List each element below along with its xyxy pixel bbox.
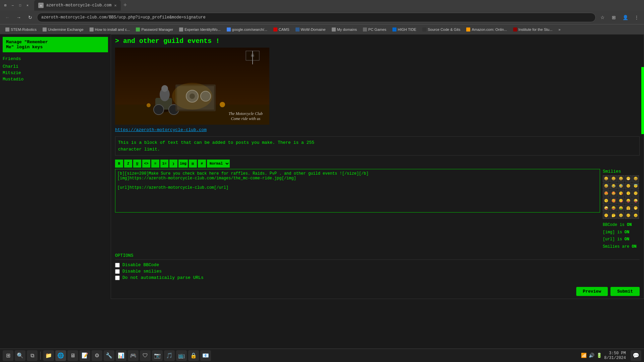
smiley-28[interactable]: 🤐 [618, 212, 624, 219]
smiley-23[interactable]: 🤑 [618, 205, 624, 212]
list-btn[interactable]: ≡ [151, 160, 159, 168]
option-disable-bbcode[interactable]: Disable BBCode [115, 262, 640, 267]
smiley-16[interactable]: 😙 [603, 197, 609, 204]
start-btn[interactable]: ⊞ [3, 350, 13, 361]
terminal-btn[interactable]: 🖥 [67, 350, 78, 361]
bookmark-password[interactable]: Password Manager [133, 26, 176, 33]
fileexplorer-btn[interactable]: 📁 [43, 350, 54, 361]
ordered-list-btn[interactable]: 1≡ [160, 160, 168, 168]
more-bookmarks-btn[interactable]: » [556, 26, 563, 33]
smiley-7[interactable]: 😂 [610, 183, 617, 189]
url-btn[interactable]: ⊞ [189, 160, 197, 168]
bold-btn[interactable]: B [115, 160, 123, 168]
disable-smilies-checkbox[interactable] [115, 269, 120, 274]
reload-btn[interactable]: ↻ [25, 13, 35, 22]
menu-btn[interactable]: ⋮ [632, 13, 641, 22]
profile-btn[interactable]: 👤 [621, 13, 630, 22]
smiley-22[interactable]: 😝 [610, 205, 617, 212]
smiley-14[interactable]: 😗 [625, 190, 632, 197]
taskbar-app-5[interactable]: 🛡 [140, 350, 151, 361]
smiley-30[interactable]: 😑 [632, 212, 639, 219]
option-disable-smilies[interactable]: Disable smilies [115, 269, 640, 274]
bookmark-pcgames[interactable]: PC Games [360, 26, 389, 33]
quote-btn[interactable]: ❯ [169, 160, 177, 168]
smiley-5[interactable]: 😆 [632, 175, 639, 182]
volume-icon[interactable]: 🔊 [589, 353, 594, 358]
italic-btn[interactable]: I [124, 160, 132, 168]
smiley-17[interactable]: 🥰 [610, 197, 617, 204]
smiley-25[interactable]: 🤭 [632, 205, 639, 212]
signature-editor[interactable]: [b][size=200]Make Sure you check back he… [115, 169, 600, 213]
bookmark-experian[interactable]: Experian IdentityWo... [176, 26, 223, 33]
taskbar-app-7[interactable]: 🎵 [164, 350, 175, 361]
taskbar-app-9[interactable]: 🔒 [188, 350, 199, 361]
smiley-19[interactable]: 😛 [625, 197, 632, 204]
manage-login-keys-btn[interactable]: Manage "RememberMe" login keys [3, 37, 108, 52]
smiley-8[interactable]: 🤣 [618, 183, 624, 189]
taskbar-app-4[interactable]: 🎮 [128, 350, 139, 361]
friend-link-mitszie[interactable]: Mitszie [3, 70, 108, 76]
back-btn[interactable]: ← [3, 13, 12, 22]
underline-btn[interactable]: U [133, 160, 141, 168]
bookmark-undermine[interactable]: Undermine Exchange [40, 26, 86, 33]
maximize-icon[interactable]: □ [17, 3, 23, 8]
img-btn[interactable]: img [178, 160, 188, 168]
search-btn[interactable]: 🔍 [15, 350, 25, 361]
bookmark-wow[interactable]: WoW-Domaine [293, 26, 328, 33]
smiley-21[interactable]: 🤪 [603, 205, 609, 212]
bookmark-btn[interactable]: ☆ [598, 13, 607, 22]
bookmark-stem-robotics[interactable]: STEM-Robotics [3, 26, 39, 33]
taskbar-app-8[interactable]: 📺 [176, 350, 187, 361]
smiley-12[interactable]: 🤩 [610, 190, 617, 197]
smiley-10[interactable]: 😇 [632, 183, 639, 189]
taskbar-app-10[interactable]: 📧 [200, 350, 211, 361]
smiley-29[interactable]: 🥴 [625, 212, 632, 219]
bookmark-google[interactable]: google.com/search/... [224, 26, 270, 33]
bookmark-cams[interactable]: CAMS [271, 26, 292, 33]
smiley-9[interactable]: 😊 [625, 183, 632, 189]
taskview-btn[interactable]: ⧉ [27, 350, 38, 361]
bookmark-howto[interactable]: How to install and c... [87, 26, 133, 33]
bookmark-amazon[interactable]: Amazon.com: Onlin... [464, 26, 509, 33]
smiley-15[interactable]: 😚 [632, 190, 639, 197]
notification-btn[interactable]: 💬 [631, 350, 641, 361]
bookmark-sourcecode[interactable]: Source Code & Gits [420, 26, 463, 33]
smiley-13[interactable]: 😘 [618, 190, 624, 197]
option-no-parse-urls[interactable]: Do not automatically parse URLs [115, 275, 640, 280]
taskbar-app-6[interactable]: 📷 [152, 350, 163, 361]
network-icon[interactable]: 📶 [581, 353, 587, 358]
smiley-24[interactable]: 🤗 [625, 205, 632, 212]
bookmark-hightide[interactable]: HIGH TIDE [390, 26, 419, 33]
smiley-27[interactable]: 🤔 [610, 212, 617, 219]
smiley-18[interactable]: 😋 [618, 197, 624, 204]
close-icon[interactable]: ✕ [25, 3, 30, 8]
preview-button[interactable]: Preview [576, 287, 608, 296]
smiley-1[interactable]: 😀 [603, 175, 609, 182]
smiley-11[interactable]: 😍 [603, 190, 609, 197]
minimize-icon[interactable]: — [10, 3, 15, 8]
taskbar-app-3[interactable]: 📊 [116, 350, 126, 361]
font-size-select[interactable]: Tiny Small Normal Large Huge [207, 160, 230, 168]
forward-btn[interactable]: → [14, 13, 23, 22]
taskbar-clock[interactable]: 3:50 PM 8/31/2024 [604, 351, 629, 360]
hash-btn[interactable]: # [198, 160, 206, 168]
smiley-4[interactable]: 😁 [625, 175, 632, 182]
friend-link-mustadio[interactable]: Mustadio [3, 76, 108, 82]
smiley-2[interactable]: 😃 [610, 175, 617, 182]
smiley-6[interactable]: 😅 [603, 183, 609, 189]
new-tab-btn[interactable]: + [123, 2, 127, 9]
chrome-btn[interactable]: 🌐 [55, 350, 66, 361]
bookmark-institute[interactable]: Institute for the Stu... [511, 26, 555, 33]
notes-btn[interactable]: 📝 [79, 350, 90, 361]
submit-button[interactable]: Submit [610, 287, 640, 296]
browser-tab[interactable]: 🏍 azeroth-motorcycle-club.com ✕ [34, 0, 121, 11]
site-url-link[interactable]: https://azeroth-motorcycle-club.com [111, 125, 644, 135]
disable-bbcode-checkbox[interactable] [115, 263, 120, 267]
smiley-26[interactable]: 🤫 [603, 212, 609, 219]
address-bar[interactable]: azeroth-motorcycle-club.com/BBS/ucp.php?… [37, 13, 596, 22]
extensions-btn[interactable]: ⊞ [609, 13, 619, 22]
tab-close-btn[interactable]: ✕ [114, 3, 116, 8]
no-parse-urls-checkbox[interactable] [115, 276, 120, 280]
battery-icon[interactable]: 🔋 [596, 353, 602, 358]
taskbar-app-1[interactable]: ⚙ [92, 350, 102, 361]
